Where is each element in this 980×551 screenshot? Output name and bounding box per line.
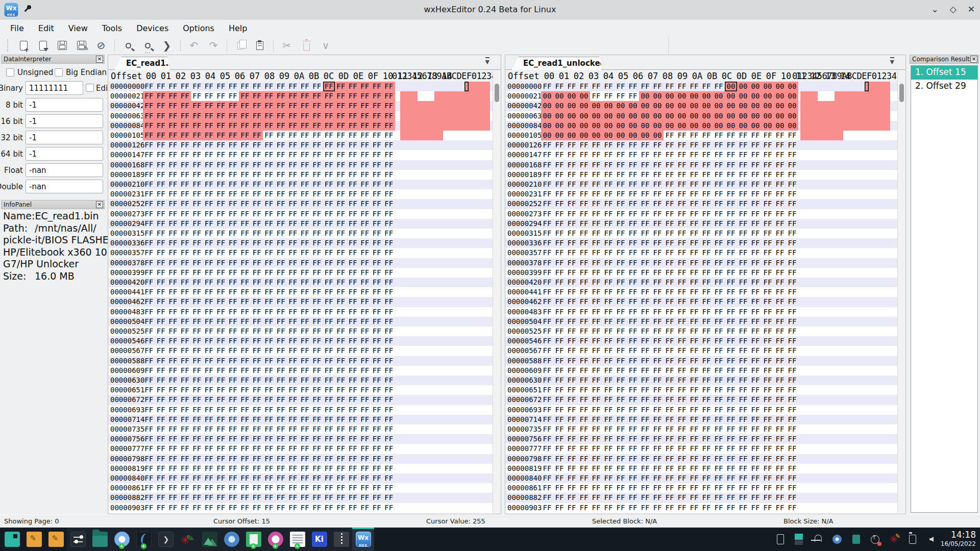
binary-input[interactable]: 11111111: [26, 81, 83, 95]
tray-workspaces-icon[interactable]: [794, 534, 805, 545]
cut-button[interactable]: ✂: [279, 39, 295, 52]
menu-options[interactable]: Options: [177, 21, 220, 35]
scrollbar-thumb[interactable]: [495, 84, 499, 102]
ascii-cell: [860, 121, 864, 131]
8-bit-value[interactable]: -1: [26, 98, 103, 112]
close-file-button[interactable]: ⊘: [93, 39, 109, 52]
close-button[interactable]: ✕: [968, 4, 975, 14]
undo-button[interactable]: ↶: [186, 39, 202, 52]
hex-byte: FF: [347, 189, 359, 199]
find-replace-button[interactable]: [140, 39, 155, 52]
tray-pin-editor-icon[interactable]: ✳: [888, 534, 899, 545]
ascii-cell: [426, 454, 430, 464]
ascii-cell: [847, 199, 851, 209]
edit-checkbox[interactable]: [86, 84, 94, 92]
delete-button[interactable]: [299, 39, 314, 52]
taskbar-manjaro-menu[interactable]: [1, 528, 23, 551]
new-file-button[interactable]: [16, 39, 31, 52]
maximize-button[interactable]: ◇: [950, 4, 957, 14]
ascii-cell: [804, 268, 808, 278]
vertical-scrollbar[interactable]: [493, 70, 500, 513]
goto-offset-button[interactable]: ❯: [159, 39, 175, 52]
Float-value[interactable]: -nan: [26, 163, 103, 177]
ascii-cell: [456, 91, 460, 101]
ascii-cell: [813, 356, 817, 366]
ascii-cell: [434, 82, 438, 91]
menu-edit[interactable]: Edit: [32, 21, 60, 35]
taskbar-kicad[interactable]: Ki: [308, 528, 330, 551]
tray-updates-icon[interactable]: [869, 534, 880, 545]
taskbar-wxhexeditor[interactable]: WxHEX: [352, 528, 374, 551]
hex-byte: FF: [615, 356, 627, 366]
64-bit-value[interactable]: -1: [26, 147, 103, 161]
tray-clipboard-icon[interactable]: [907, 534, 918, 545]
taskbar-notes-app-2[interactable]: [45, 528, 67, 551]
taskbar-image-editor[interactable]: [177, 528, 199, 551]
taskbar-terminal[interactable]: [155, 528, 177, 551]
ascii-cell: [822, 248, 826, 258]
paste-button[interactable]: [252, 39, 267, 52]
ascii-cell: [460, 209, 464, 219]
toolbar-overflow-button[interactable]: ∨: [318, 39, 333, 52]
save-button[interactable]: [55, 39, 70, 52]
close-icon[interactable]: ✕: [96, 201, 103, 208]
close-icon[interactable]: ✕: [96, 56, 103, 63]
ascii-cell: [409, 121, 413, 131]
comparison-item[interactable]: 2. Offset 29: [911, 80, 977, 93]
menu-devices[interactable]: Devices: [130, 21, 175, 35]
taskbar-archive-manager[interactable]: [330, 528, 352, 551]
tray-volume-icon[interactable]: [926, 534, 937, 545]
32-bit-value[interactable]: -1: [26, 131, 103, 144]
menu-help[interactable]: Help: [223, 21, 253, 35]
vertical-scrollbar[interactable]: [897, 70, 905, 513]
menu-tools[interactable]: Tools: [96, 21, 128, 35]
menu-file[interactable]: File: [4, 21, 30, 35]
close-icon[interactable]: ✕: [970, 56, 977, 63]
row-offset: 00000336: [110, 238, 144, 248]
save-as-button[interactable]: ✎: [74, 39, 89, 52]
copy-button[interactable]: [233, 39, 248, 52]
open-file-button[interactable]: [35, 39, 51, 52]
hex-grid[interactable]: 00000000FFFFFFFFFFFFFFFFFFFFFFFFFFFFFFFF…: [109, 82, 493, 513]
hex-byte: FF: [191, 287, 203, 297]
toolbar-grip[interactable]: [7, 39, 10, 52]
hex-byte: FF: [251, 346, 263, 356]
taskbar-file-manager[interactable]: [89, 528, 111, 551]
big-endian-checkbox[interactable]: Big Endian: [55, 68, 107, 77]
tab-EC_read1.bin[interactable]: EC_read1.bin: [114, 57, 170, 70]
taskbar-video-editor[interactable]: +: [133, 528, 155, 551]
tray-notes-tray-icon[interactable]: [850, 534, 862, 545]
taskbar-office-doc[interactable]: +: [242, 528, 264, 551]
tray-chromium-tray-icon[interactable]: [831, 534, 843, 545]
taskbar-text-editor[interactable]: +: [286, 528, 308, 551]
Double-value[interactable]: -nan: [26, 180, 103, 193]
taskbar-notes-app-1[interactable]: [23, 528, 45, 551]
tab-EC_read1_unlocked.bin[interactable]: EC_read1_unlocked.bin: [511, 57, 602, 70]
cursor-cell[interactable]: 00: [725, 82, 737, 91]
taskbar-clock[interactable]: 14:18 16/05/2022: [941, 530, 976, 547]
ascii-cell: [852, 111, 856, 121]
row-offset: 00000567: [110, 346, 144, 356]
hex-grid[interactable]: 00000000FFFFFFFFFFFFFFFFFFFFFFFFFFFFFF00…: [506, 82, 897, 513]
taskbar-web-app[interactable]: +: [264, 528, 286, 551]
cursor-cell[interactable]: FF: [323, 82, 335, 91]
taskbar-chromium[interactable]: [220, 528, 242, 551]
ascii-cell: [856, 464, 860, 473]
taskbar-monitor-app[interactable]: [199, 528, 220, 551]
ascii-cell: [426, 258, 430, 268]
16-bit-value[interactable]: -1: [26, 114, 103, 128]
pane-dropdown-icon[interactable]: ▼: [890, 59, 894, 65]
taskbar-settings-app[interactable]: [67, 528, 89, 551]
scrollbar-thumb[interactable]: [899, 84, 904, 102]
menu-view[interactable]: View: [62, 21, 94, 35]
comparison-item[interactable]: 1. Offset 15: [911, 66, 977, 80]
hex-byte: FF: [590, 209, 602, 219]
redo-button[interactable]: ↷: [206, 39, 221, 52]
tray-tablet-icon[interactable]: [775, 534, 786, 545]
taskbar-browser[interactable]: +: [111, 528, 133, 551]
unsigned-checkbox[interactable]: Unsigned: [6, 68, 53, 77]
pane-dropdown-icon[interactable]: ▼: [485, 59, 489, 65]
find-button[interactable]: [120, 39, 136, 52]
minimize-button[interactable]: ⌄: [931, 4, 938, 14]
tray-notifications-icon[interactable]: [813, 534, 824, 545]
